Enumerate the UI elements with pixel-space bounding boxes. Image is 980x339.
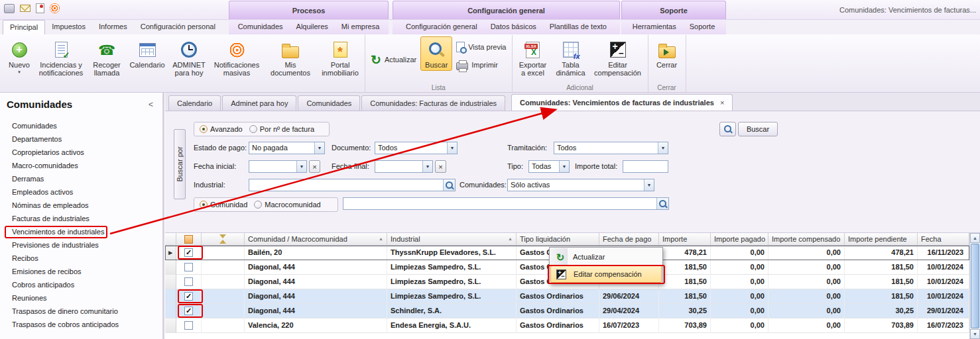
tab-mi-empresa[interactable]: Mi empresa (335, 20, 386, 34)
header-fecha-de-pago[interactable]: Fecha de pago (599, 233, 659, 246)
clear-fecha-final-icon[interactable]: × (435, 160, 446, 173)
doc-tab-vencimientos-de-facturas[interactable]: Comunidades: Vencimientos de facturas de… (511, 94, 733, 111)
header-importe-compensado[interactable]: Importe compensado (768, 233, 845, 246)
editar-compensacion-button[interactable]: Editar compensación (591, 36, 645, 79)
lookup-icon[interactable] (443, 179, 455, 191)
header-importe[interactable]: Importe (659, 233, 711, 246)
tab-configuracion-general[interactable]: Configuración general (399, 20, 484, 34)
tab-plantillas-de-texto[interactable]: Plantillas de texto (543, 20, 613, 34)
chevron-down-icon[interactable]: ▼ (559, 161, 569, 172)
cell-importe[interactable]: 181,50 (659, 289, 711, 304)
radio-macrocomunidad[interactable]: Macrocomunidad (254, 201, 320, 209)
sidebar-item-previsiones-de-industriales[interactable]: Previsiones de industriales (0, 238, 162, 252)
cell-fecha-pago[interactable]: 16/07/2023 (599, 318, 659, 333)
portal-inmobiliario-button[interactable]: * Portal inmobiliario (318, 36, 362, 79)
cell-pendiente[interactable]: 703,89 (845, 318, 918, 333)
tipo-combo[interactable]: Todas▼ (528, 160, 570, 173)
context-menu-item-editar-compensacion[interactable]: Editar compensación (550, 266, 662, 283)
tramitacion-combo[interactable]: Todos▼ (554, 142, 668, 154)
header-importe-pagado[interactable]: Importe pagado (711, 233, 768, 246)
cell-tipo[interactable]: Gastos Ordinarios (517, 289, 599, 304)
row-checkbox[interactable] (176, 318, 202, 333)
doc-tab-adminet-para-hoy[interactable]: Adminet para hoy (222, 95, 296, 111)
documento-combo[interactable]: Todos▼ (375, 142, 458, 154)
sidebar-item-copropietarios-activos[interactable]: Copropietarios activos (0, 146, 162, 159)
cell-pagado[interactable]: 0,00 (711, 275, 768, 289)
cell-fecha[interactable]: 16/07/2023 (918, 318, 969, 333)
calendario-button[interactable]: Calendario (127, 36, 167, 71)
nuevo-button[interactable]: + Nuevo ▾ (4, 36, 34, 75)
recoger-llamada-button[interactable]: ☎ Recoger llamada (88, 36, 126, 79)
sidebar-item-macro-comunidades[interactable]: Macro-comunidades (0, 159, 162, 172)
lookup-icon[interactable] (656, 198, 668, 209)
sidebar-item-facturas-de-industriales[interactable]: Facturas de industriales (0, 212, 162, 225)
sidebar-item-derramas[interactable]: Derramas (0, 172, 162, 185)
sidebar-item-empleados-activos[interactable]: Empleados activos (0, 185, 162, 199)
cell-tipo[interactable]: Gastos Ordinarios (517, 318, 599, 333)
doc-tab-comunidades[interactable]: Comunidades (298, 95, 360, 111)
scroll-down-icon[interactable]: ▼ (970, 329, 980, 339)
radio-por-numero-factura[interactable]: Por nº de factura (249, 125, 314, 133)
cell-comunidad[interactable]: Diagonal, 444 (245, 304, 387, 318)
cell-fecha[interactable]: 29/01/2024 (918, 304, 969, 318)
tab-principal[interactable]: Principal (3, 20, 45, 34)
chevron-down-icon[interactable]: ▼ (644, 179, 654, 191)
importe-total-input[interactable] (623, 160, 668, 173)
cell-pagado[interactable]: 0,00 (711, 318, 768, 333)
cell-fecha[interactable]: 10/01/2024 (918, 289, 969, 304)
comunidad-search-input[interactable] (343, 197, 669, 210)
header-comunidad[interactable]: Comunidad / Macrocomunidad▲ (245, 233, 387, 246)
table-row[interactable]: ✓ Diagonal, 444 Limpiezas Sampedro, S.L.… (165, 289, 969, 304)
cell-comunidad[interactable]: Diagonal, 444 (245, 260, 387, 275)
header-tipo-liquidacion[interactable]: Tipo liquidación (517, 233, 599, 246)
cell-fecha-pago[interactable]: 29/06/2024 (599, 289, 659, 304)
fecha-inicial-combo[interactable]: ▼ (249, 160, 307, 173)
cell-pagado[interactable]: 0,00 (711, 304, 768, 318)
row-checkbox[interactable] (176, 275, 202, 289)
cell-compensado[interactable]: 0,00 (768, 289, 845, 304)
broadcast-icon[interactable] (50, 3, 60, 13)
radio-comunidad[interactable]: Comunidad (200, 201, 247, 209)
cell-pagado[interactable]: 0,00 (711, 260, 768, 275)
table-row[interactable]: ✓ Diagonal, 444 Schindler, S.A. Gastos O… (165, 304, 969, 318)
cell-importe[interactable]: 181,50 (659, 275, 711, 289)
search-icon-button[interactable] (719, 122, 736, 136)
cerrar-button[interactable]: Cerrar (651, 36, 683, 71)
cell-pendiente[interactable]: 181,50 (845, 275, 918, 289)
cell-pendiente[interactable]: 181,50 (845, 289, 918, 304)
exportar-a-excel-button[interactable]: Exportar a excel (515, 36, 551, 79)
tab-impuestos[interactable]: Impuestos (45, 20, 92, 34)
chevron-down-icon[interactable]: ▼ (314, 142, 324, 154)
row-checkbox[interactable]: ✓ (176, 246, 202, 260)
tab-datos-basicos[interactable]: Datos básicos (484, 20, 543, 34)
cell-industrial[interactable]: Limpiezas Sampedro, S.L. (387, 275, 517, 289)
sidebar-item-recibos[interactable]: Recibos (0, 252, 162, 265)
cell-comunidad[interactable]: Diagonal, 444 (245, 289, 387, 304)
fecha-final-combo[interactable]: ▼ (375, 160, 433, 173)
mis-documentos-button[interactable]: Mis documentos (264, 36, 317, 79)
estado-de-pago-combo[interactable]: No pagada▼ (249, 142, 325, 154)
sidebar-item-departamentos[interactable]: Departamentos (0, 132, 162, 146)
cell-compensado[interactable]: 0,00 (768, 318, 845, 333)
tab-informes[interactable]: Informes (92, 20, 134, 34)
tab-comunidades[interactable]: Comunidades (231, 20, 290, 34)
cell-fecha[interactable]: 10/01/2024 (918, 275, 969, 289)
chevron-down-icon[interactable]: ▼ (296, 161, 306, 172)
sidebar-item-cobros-anticipados[interactable]: Cobros anticipados (0, 278, 162, 291)
cell-compensado[interactable]: 0,00 (768, 260, 845, 275)
cell-fecha[interactable]: 16/11/2023 (918, 246, 969, 260)
cell-importe[interactable]: 181,50 (659, 260, 711, 275)
cell-pendiente[interactable]: 478,21 (845, 246, 918, 260)
doc-tab-calendario[interactable]: Calendario (168, 95, 221, 111)
cell-industrial[interactable]: Schindler, S.A. (387, 304, 517, 318)
cell-industrial[interactable]: Limpiezas Sampedro, S.L. (387, 260, 517, 275)
header-fecha[interactable]: Fecha (918, 233, 969, 246)
cell-compensado[interactable]: 0,00 (768, 304, 845, 318)
sidebar-item-comunidades[interactable]: Comunidades (0, 119, 162, 132)
cell-compensado[interactable]: 0,00 (768, 275, 845, 289)
context-menu-item-actualizar[interactable]: ↻ Actualizar (550, 248, 662, 266)
comunidades-combo[interactable]: Sólo activas▼ (507, 179, 654, 191)
app-icon[interactable] (4, 4, 15, 13)
cell-industrial[interactable]: ThyssnKrupp Elevadores, S.L. (387, 246, 517, 260)
cell-fecha-pago[interactable]: 29/04/2024 (599, 304, 659, 318)
